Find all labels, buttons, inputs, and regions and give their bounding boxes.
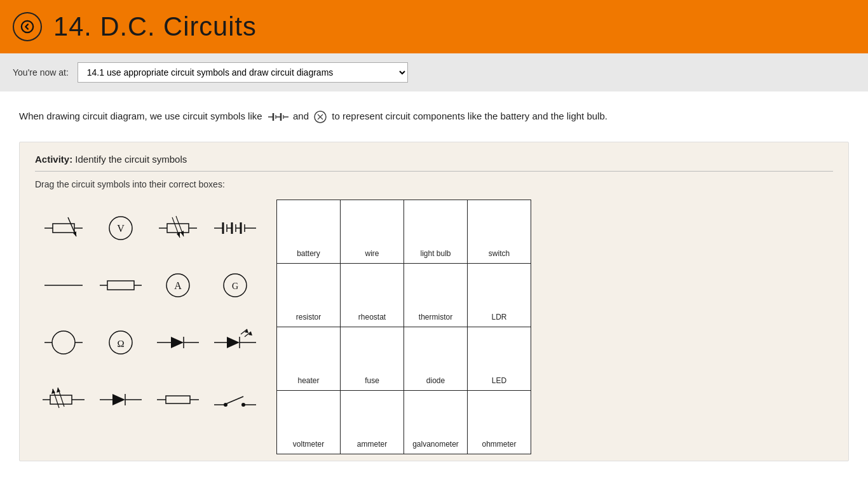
nav-bar: You're now at: 14.1 use appropriate circ… xyxy=(0,53,868,92)
drop-label-rheostat: rheostat xyxy=(358,310,386,322)
main-content: When drawing circuit diagram, we use cir… xyxy=(0,92,868,474)
drop-label-galvanometer: galvanometer xyxy=(412,437,459,449)
drop-cell-heater[interactable]: heater xyxy=(277,327,341,391)
intro-text-middle: and xyxy=(293,111,309,121)
drop-label-resistor: resistor xyxy=(296,310,321,322)
drop-label-light-bulb: light bulb xyxy=(420,247,451,258)
svg-text:Ω: Ω xyxy=(117,339,124,349)
symbol-thermistor[interactable] xyxy=(149,200,207,257)
battery-inline-symbol xyxy=(267,111,288,123)
symbol-fuse-diode[interactable] xyxy=(92,371,149,428)
symbol-resistor[interactable] xyxy=(92,257,149,314)
symbol-ammeter[interactable]: A xyxy=(149,257,207,314)
drop-label-voltmeter: voltmeter xyxy=(293,437,324,449)
drop-label-heater: heater xyxy=(297,374,319,385)
svg-text:G: G xyxy=(232,281,238,291)
activity-box: Activity: Identify the circuit symbols D… xyxy=(19,142,849,461)
svg-marker-68 xyxy=(112,394,125,405)
symbol-ohmmeter[interactable]: Ω xyxy=(92,314,149,371)
drop-label-battery: battery xyxy=(297,247,320,258)
drop-cell-voltmeter[interactable]: voltmeter xyxy=(277,391,341,454)
activity-instruction: Drag the circuit symbols into their corr… xyxy=(35,179,833,189)
activity-header: Activity: Identify the circuit symbols xyxy=(35,154,833,172)
page-header: 14. D.C. Circuits xyxy=(0,0,868,53)
drop-cell-ammeter[interactable]: ammeter xyxy=(341,391,404,454)
drop-cell-galvanometer[interactable]: galvanometer xyxy=(404,391,468,454)
drop-label-ldr: LDR xyxy=(491,310,506,322)
page-title: 14. D.C. Circuits xyxy=(53,11,257,42)
drop-label-thermistor: thermistor xyxy=(419,310,452,322)
drop-label-ammeter: ammeter xyxy=(357,437,387,449)
symbol-fuse[interactable] xyxy=(149,371,207,428)
svg-point-43 xyxy=(52,331,75,354)
drop-cell-thermistor[interactable]: thermistor xyxy=(404,264,468,327)
drop-cell-led[interactable]: LED xyxy=(468,327,531,391)
svg-point-0 xyxy=(22,21,33,32)
svg-text:V: V xyxy=(117,223,125,234)
lightbulb-inline-symbol xyxy=(313,110,327,124)
activity-layout: V xyxy=(35,200,833,454)
symbol-battery[interactable] xyxy=(207,200,264,257)
svg-marker-53 xyxy=(227,337,240,348)
nav-prompt: You're now at: xyxy=(13,67,69,78)
symbol-galvanometer[interactable]: G xyxy=(207,257,264,314)
symbol-heater[interactable] xyxy=(35,314,92,371)
back-button[interactable] xyxy=(13,12,42,41)
drop-cell-ldr[interactable]: LDR xyxy=(468,264,531,327)
drop-cell-light-bulb[interactable]: light bulb xyxy=(404,200,468,264)
drop-cell-ohmmeter[interactable]: ohmmeter xyxy=(468,391,531,454)
intro-paragraph: When drawing circuit diagram, we use cir… xyxy=(19,109,849,124)
symbol-wire[interactable] xyxy=(35,257,92,314)
symbols-drag-area: V xyxy=(35,200,264,428)
svg-line-76 xyxy=(227,396,243,403)
drop-cell-fuse[interactable]: fuse xyxy=(341,327,404,391)
drop-cell-diode[interactable]: diode xyxy=(404,327,468,391)
activity-label: Activity: xyxy=(35,154,72,165)
drop-cell-resistor[interactable]: resistor xyxy=(277,264,341,327)
drop-cell-battery[interactable]: battery xyxy=(277,200,341,264)
svg-text:A: A xyxy=(174,280,182,291)
drop-label-diode: diode xyxy=(426,374,445,385)
svg-rect-72 xyxy=(166,396,190,403)
symbol-switch[interactable] xyxy=(207,371,264,428)
symbol-rheostat[interactable] xyxy=(35,200,92,257)
drop-label-ohmmeter: ohmmeter xyxy=(482,437,516,449)
symbol-diode[interactable] xyxy=(149,314,207,371)
drop-label-fuse: fuse xyxy=(365,374,379,385)
symbol-ldr[interactable] xyxy=(35,371,92,428)
activity-title: Identify the circuit symbols xyxy=(75,154,187,165)
intro-text-before: When drawing circuit diagram, we use cir… xyxy=(19,111,262,121)
svg-marker-49 xyxy=(171,337,184,348)
drop-target-grid: battery wire light bulb switch resistor … xyxy=(276,200,531,454)
drop-label-switch: switch xyxy=(489,247,510,258)
symbol-led[interactable] xyxy=(207,314,264,371)
drop-cell-switch[interactable]: switch xyxy=(468,200,531,264)
svg-rect-19 xyxy=(167,224,189,233)
drop-cell-rheostat[interactable]: rheostat xyxy=(341,264,404,327)
svg-rect-37 xyxy=(107,281,134,290)
intro-text-after: to represent circuit components like the… xyxy=(332,111,607,121)
symbol-voltmeter[interactable]: V xyxy=(92,200,149,257)
drop-label-wire: wire xyxy=(365,247,379,258)
drop-label-led: LED xyxy=(492,374,506,385)
drop-cell-wire[interactable]: wire xyxy=(341,200,404,264)
section-select[interactable]: 14.1 use appropriate circuit symbols and… xyxy=(78,62,408,83)
